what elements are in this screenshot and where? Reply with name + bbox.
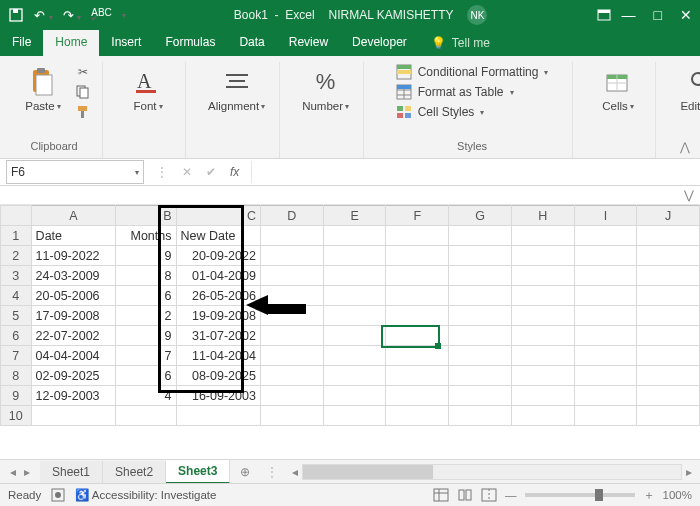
cell-F1[interactable] bbox=[386, 226, 449, 246]
tab-home[interactable]: Home bbox=[43, 30, 99, 56]
sheet-tab-2[interactable]: Sheet2 bbox=[103, 461, 166, 483]
cell-I10[interactable] bbox=[574, 406, 637, 426]
tab-review[interactable]: Review bbox=[277, 30, 340, 56]
cell-C4[interactable]: 26-05-2006 bbox=[176, 286, 260, 306]
cell-B10[interactable] bbox=[116, 406, 176, 426]
format-painter-icon[interactable] bbox=[74, 104, 92, 120]
enter-formula-icon[interactable]: ✔ bbox=[206, 165, 216, 179]
cell-J4[interactable] bbox=[637, 286, 700, 306]
cell-D1[interactable] bbox=[260, 226, 323, 246]
cell-C2[interactable]: 20-09-2022 bbox=[176, 246, 260, 266]
sheet-nav-next-icon[interactable]: ▸ bbox=[24, 465, 30, 479]
cell-I6[interactable] bbox=[574, 326, 637, 346]
cell-B8[interactable]: 6 bbox=[116, 366, 176, 386]
cell-A8[interactable]: 02-09-2025 bbox=[31, 366, 115, 386]
scroll-left-icon[interactable]: ◂ bbox=[292, 465, 298, 479]
cell-E1[interactable] bbox=[323, 226, 386, 246]
cell-I9[interactable] bbox=[574, 386, 637, 406]
scroll-right-icon[interactable]: ▸ bbox=[686, 465, 692, 479]
row-header-5[interactable]: 5 bbox=[1, 306, 32, 326]
row-header-2[interactable]: 2 bbox=[1, 246, 32, 266]
col-header-G[interactable]: G bbox=[449, 206, 512, 226]
cell-F6[interactable] bbox=[386, 326, 449, 346]
cell-D6[interactable] bbox=[260, 326, 323, 346]
name-box[interactable]: F6▾ bbox=[6, 160, 144, 184]
zoom-in-icon[interactable]: ＋ bbox=[643, 488, 655, 503]
zoom-level[interactable]: 100% bbox=[663, 489, 692, 501]
cell-J6[interactable] bbox=[637, 326, 700, 346]
cell-G3[interactable] bbox=[449, 266, 512, 286]
ribbon-display-icon[interactable] bbox=[596, 7, 612, 23]
tab-data[interactable]: Data bbox=[227, 30, 276, 56]
cell-B1[interactable]: Months bbox=[116, 226, 176, 246]
col-header-C[interactable]: C bbox=[176, 206, 260, 226]
cell-D5[interactable] bbox=[260, 306, 323, 326]
col-header-F[interactable]: F bbox=[386, 206, 449, 226]
cell-F8[interactable] bbox=[386, 366, 449, 386]
cell-F9[interactable] bbox=[386, 386, 449, 406]
sheet-nav-prev-icon[interactable]: ◂ bbox=[10, 465, 16, 479]
cell-A9[interactable]: 12-09-2003 bbox=[31, 386, 115, 406]
cell-D3[interactable] bbox=[260, 266, 323, 286]
worksheet-grid[interactable]: ABCDEFGHIJ1DateMonthsNew Date211-09-2022… bbox=[0, 205, 700, 426]
row-header-6[interactable]: 6 bbox=[1, 326, 32, 346]
normal-view-icon[interactable] bbox=[433, 488, 449, 502]
formula-bar[interactable] bbox=[251, 161, 700, 183]
tab-insert[interactable]: Insert bbox=[99, 30, 153, 56]
col-header-H[interactable]: H bbox=[511, 206, 574, 226]
cell-A4[interactable]: 20-05-2006 bbox=[31, 286, 115, 306]
qat-customize-icon[interactable]: ▾ bbox=[122, 11, 126, 20]
cells-button[interactable]: Cells▾ bbox=[591, 64, 645, 114]
cell-I7[interactable] bbox=[574, 346, 637, 366]
cell-J10[interactable] bbox=[637, 406, 700, 426]
cell-H3[interactable] bbox=[511, 266, 574, 286]
cell-C3[interactable]: 01-04-2009 bbox=[176, 266, 260, 286]
cell-C8[interactable]: 08-09-2025 bbox=[176, 366, 260, 386]
paste-button[interactable]: Paste▾ bbox=[16, 64, 70, 120]
cell-G7[interactable] bbox=[449, 346, 512, 366]
cell-D8[interactable] bbox=[260, 366, 323, 386]
cell-E3[interactable] bbox=[323, 266, 386, 286]
undo-icon[interactable]: ↶ ▾ bbox=[34, 8, 53, 23]
font-button[interactable]: A Font▾ bbox=[121, 64, 175, 114]
cell-C5[interactable]: 19-09-2008 bbox=[176, 306, 260, 326]
cell-E9[interactable] bbox=[323, 386, 386, 406]
cell-E4[interactable] bbox=[323, 286, 386, 306]
cell-E6[interactable] bbox=[323, 326, 386, 346]
cell-G5[interactable] bbox=[449, 306, 512, 326]
cell-H2[interactable] bbox=[511, 246, 574, 266]
cell-F10[interactable] bbox=[386, 406, 449, 426]
cell-B4[interactable]: 6 bbox=[116, 286, 176, 306]
maximize-icon[interactable]: □ bbox=[654, 7, 662, 23]
cell-G2[interactable] bbox=[449, 246, 512, 266]
cell-H6[interactable] bbox=[511, 326, 574, 346]
cell-J8[interactable] bbox=[637, 366, 700, 386]
cell-G6[interactable] bbox=[449, 326, 512, 346]
format-as-table-button[interactable]: Format as Table ▾ bbox=[396, 84, 514, 100]
cell-H7[interactable] bbox=[511, 346, 574, 366]
cell-F4[interactable] bbox=[386, 286, 449, 306]
col-header-D[interactable]: D bbox=[260, 206, 323, 226]
cell-B5[interactable]: 2 bbox=[116, 306, 176, 326]
cell-F2[interactable] bbox=[386, 246, 449, 266]
col-header-A[interactable]: A bbox=[31, 206, 115, 226]
cell-A7[interactable]: 04-04-2004 bbox=[31, 346, 115, 366]
col-header-B[interactable]: B bbox=[116, 206, 176, 226]
save-icon[interactable] bbox=[8, 7, 24, 23]
cell-E5[interactable] bbox=[323, 306, 386, 326]
cell-A10[interactable] bbox=[31, 406, 115, 426]
row-header-10[interactable]: 10 bbox=[1, 406, 32, 426]
zoom-out-icon[interactable]: ― bbox=[505, 489, 517, 501]
cell-J7[interactable] bbox=[637, 346, 700, 366]
collapse-ribbon-icon[interactable]: ⋀ bbox=[680, 140, 690, 154]
cell-E7[interactable] bbox=[323, 346, 386, 366]
cell-G10[interactable] bbox=[449, 406, 512, 426]
zoom-slider[interactable] bbox=[525, 493, 635, 497]
number-button[interactable]: % Number▾ bbox=[298, 64, 353, 114]
cell-A1[interactable]: Date bbox=[31, 226, 115, 246]
accessibility-status[interactable]: ♿ Accessibility: Investigate bbox=[75, 488, 216, 502]
cell-D7[interactable] bbox=[260, 346, 323, 366]
cell-F3[interactable] bbox=[386, 266, 449, 286]
editing-button[interactable]: Editing▾ bbox=[674, 64, 700, 114]
cell-I2[interactable] bbox=[574, 246, 637, 266]
